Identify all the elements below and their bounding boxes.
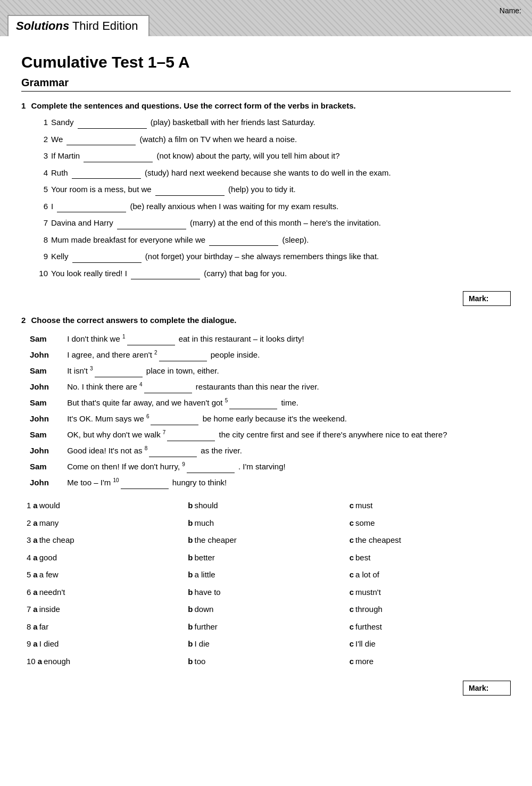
choice-text-b: the cheaper <box>195 535 237 544</box>
choice-cell-c: cmust <box>350 498 511 514</box>
choice-cell-b: bshould <box>188 498 349 514</box>
sentence-number: 10 <box>37 268 48 280</box>
dialogue-speaker: Sam <box>27 459 64 475</box>
sentence-item: 5Your room is a mess, but we (help) you … <box>37 184 511 196</box>
choice-letter-c: c <box>350 605 354 614</box>
choice-letter-a: a <box>33 570 37 579</box>
sentence-number: 7 <box>37 217 48 229</box>
choice-text-b: too <box>195 657 206 666</box>
dialogue-row: JohnGood idea! It's not as 8 as the rive… <box>27 443 516 459</box>
choice-text-c: furthest <box>355 622 382 631</box>
sentence-text: If Martin (not know) about the party, wi… <box>51 150 340 162</box>
dialogue-blank[interactable] <box>229 400 277 409</box>
dialogue-blank[interactable] <box>121 479 169 489</box>
q2-number: 2 <box>21 316 26 325</box>
choice-cell-b: bdown <box>188 602 349 617</box>
choice-text-c: must <box>355 501 373 510</box>
dialogue-speaker: John <box>27 443 64 459</box>
sentence-number: 5 <box>37 184 48 196</box>
choice-cell-b: bI die <box>188 636 349 652</box>
choice-letter-a: a <box>33 535 37 544</box>
choice-text-a: inside <box>39 605 60 614</box>
choice-text-a: a few <box>39 570 59 579</box>
dialogue-blank[interactable] <box>127 336 175 345</box>
dialogue-row: SamI don't think we 1 eat in this restau… <box>27 331 516 347</box>
dialogue-blank[interactable] <box>187 464 235 473</box>
answer-blank[interactable] <box>131 270 200 279</box>
answer-blank[interactable] <box>66 136 136 145</box>
grammar-section-title: Grammar <box>21 77 511 92</box>
dialogue-blank[interactable] <box>95 368 143 377</box>
choice-cell-c: cfurthest <box>350 619 511 635</box>
choice-cell-a: 6aneedn't <box>27 585 188 600</box>
answer-blank[interactable] <box>155 186 225 196</box>
answer-blank[interactable] <box>117 220 186 229</box>
choice-text-b: a little <box>195 570 215 579</box>
sentence-text: Kelly (not forget) your birthday – she a… <box>51 251 379 263</box>
choice-cell-c: csome <box>350 516 511 531</box>
dialogue-line: But that's quite far away, and we haven'… <box>64 395 516 411</box>
choice-cell-b: bthe cheaper <box>188 533 349 548</box>
choice-cell-c: cbest <box>350 550 511 566</box>
dialogue-blank[interactable] <box>159 352 207 361</box>
sentence-item: 6I (be) really anxious when I was waitin… <box>37 201 511 213</box>
sentence-item: 1Sandy (play) basketball with her friend… <box>37 117 511 129</box>
dialogue-line: It isn't 3 place in town, either. <box>64 363 516 379</box>
choice-cell-a: 3athe cheap <box>27 533 188 548</box>
dialogue-line: No. I think there are 4 restaurants than… <box>64 379 516 395</box>
choice-letter-b: b <box>188 657 193 666</box>
sentence-item: 10You look really tired! I (carry) that … <box>37 268 511 280</box>
answer-blank[interactable] <box>78 119 147 129</box>
choice-letter-b: b <box>188 501 193 510</box>
dialogue-blank[interactable] <box>167 432 215 441</box>
dialogue-line: Me too – I'm 10 hungry to think! <box>64 475 516 491</box>
choice-text-a: enough <box>44 657 70 666</box>
choice-letter-c: c <box>350 639 354 648</box>
sentence-item: 4Ruth (study) hard next weekend because … <box>37 167 511 179</box>
question-2-header: 2 Choose the correct answers to complete… <box>21 316 511 325</box>
choice-text-b: better <box>195 553 215 562</box>
choice-cell-b: bbetter <box>188 550 349 566</box>
dialogue-row: JohnIt's OK. Mum says we 6 be home early… <box>27 411 516 427</box>
choice-text-b: much <box>195 518 214 527</box>
choice-text-b: have to <box>195 588 221 597</box>
sentence-item: 9Kelly (not forget) your birthday – she … <box>37 251 511 263</box>
mark-box-2: Mark: <box>463 681 511 696</box>
choice-row-num: 1 <box>27 501 31 510</box>
dialogue-line: I don't think we 1 eat in this restauran… <box>64 331 516 347</box>
answer-blank[interactable] <box>57 203 126 212</box>
choice-letter-b: b <box>188 588 193 597</box>
choice-cell-a: 8afar <box>27 619 188 635</box>
dialogue-blank[interactable] <box>144 384 192 393</box>
sentence-text: We (watch) a film on TV when we heard a … <box>51 134 297 146</box>
choice-cell-a: 9aI died <box>27 636 188 652</box>
q1-number: 1 <box>21 101 26 110</box>
choice-letter-b: b <box>188 622 193 631</box>
choice-cell-a: 7ainside <box>27 602 188 617</box>
choice-letter-c: c <box>350 570 354 579</box>
sentence-item: 7Davina and Harry (marry) at the end of … <box>37 217 511 229</box>
dialogue-speaker: John <box>27 347 64 363</box>
choice-text-c: through <box>355 605 383 614</box>
answer-blank[interactable] <box>72 169 141 179</box>
choice-letter-b: b <box>188 570 193 579</box>
answer-blank[interactable] <box>72 253 142 263</box>
dialogue-blank[interactable] <box>149 448 197 457</box>
choice-cell-c: cthrough <box>350 602 511 617</box>
answer-blank[interactable] <box>209 236 278 246</box>
choice-row-num: 3 <box>27 535 31 544</box>
choice-row-num: 4 <box>27 553 31 562</box>
choice-cell-a: 2amany <box>27 516 188 531</box>
choice-text-a: many <box>39 518 59 527</box>
choice-letter-c: c <box>350 588 354 597</box>
choice-letter-c: c <box>350 622 354 631</box>
choice-row-num: 6 <box>27 588 31 597</box>
sentence-text: Sandy (play) basketball with her friends… <box>51 117 315 129</box>
dialogue-blank[interactable] <box>151 416 198 425</box>
choice-letter-a: a <box>38 657 42 666</box>
choice-text-b: should <box>195 501 218 510</box>
sentence-number: 4 <box>37 167 48 179</box>
dialogue-speaker: Sam <box>27 363 64 379</box>
answer-blank[interactable] <box>84 153 153 162</box>
choice-text-a: I died <box>39 639 59 648</box>
